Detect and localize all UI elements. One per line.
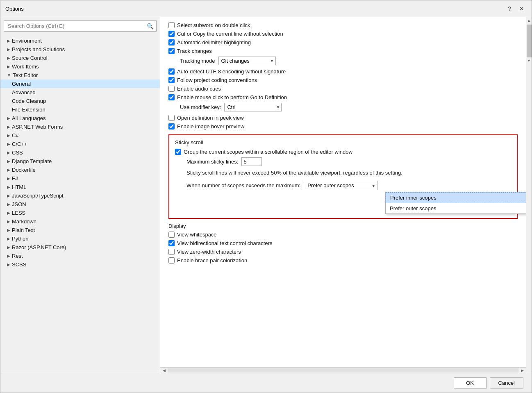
close-button[interactable]: ✕: [517, 4, 527, 14]
right-panel: Select subword on double click Cut or Co…: [160, 17, 526, 373]
select-subword-label[interactable]: Select subword on double click: [168, 22, 250, 28]
group-scopes-row: Group the current scopes within a scroll…: [175, 149, 511, 155]
expand-arrow: ▼: [7, 73, 11, 77]
sidebar-item-label: Razor (ASP.NET Core): [12, 244, 66, 250]
sidebar-item-html[interactable]: ▶ HTML: [0, 183, 160, 191]
prefer-inner-scopes-option[interactable]: Prefer inner scopes: [386, 192, 526, 203]
scroll-right-arrow[interactable]: ▶: [519, 368, 525, 373]
display-title: Display: [168, 223, 518, 229]
image-hover-label[interactable]: Enable image hover preview: [168, 123, 244, 129]
group-scopes-checkbox[interactable]: [175, 149, 181, 155]
sidebar-item-dockerfile[interactable]: ▶ Dockerfile: [0, 166, 160, 174]
sidebar-item-work-items[interactable]: ▶ Work Items: [0, 62, 160, 71]
follow-coding-label[interactable]: Follow project coding conventions: [168, 77, 257, 83]
follow-coding-checkbox[interactable]: [168, 77, 175, 83]
auto-detect-utf8-checkbox[interactable]: [168, 68, 175, 75]
scopes-dropdown[interactable]: Prefer outer scopes Prefer inner scopes: [304, 181, 377, 190]
brace-colorization-checkbox[interactable]: [168, 257, 175, 264]
audio-cues-label[interactable]: Enable audio cues: [168, 86, 221, 92]
sidebar-item-plain-text[interactable]: ▶ Plain Text: [0, 226, 160, 234]
sidebar-item-source-control[interactable]: ▶ Source Control: [0, 54, 160, 62]
sidebar-item-python[interactable]: ▶ Python: [0, 234, 160, 243]
view-bidirectional-label[interactable]: View bidirectional text control characte…: [168, 240, 272, 246]
view-whitespace-label[interactable]: View whitespace: [168, 232, 217, 238]
sidebar-item-label: Source Control: [12, 55, 48, 61]
track-changes-checkbox[interactable]: [168, 48, 175, 54]
max-sticky-lines-input[interactable]: [241, 157, 262, 166]
cut-copy-checkbox[interactable]: [168, 31, 175, 37]
tracking-mode-row: Tracking mode Git changes Line changes N…: [180, 57, 518, 65]
sidebar-item-general[interactable]: General: [0, 80, 160, 88]
sidebar-item-text-editor[interactable]: ▼ Text Editor: [0, 71, 160, 80]
tracking-mode-select[interactable]: Git changes Line changes None: [218, 57, 276, 65]
sidebar-item-javascript-typescript[interactable]: ▶ JavaScript/TypeScript: [0, 191, 160, 200]
sidebar-item-json[interactable]: ▶ JSON: [0, 200, 160, 209]
expand-arrow: ▶: [7, 219, 10, 224]
sidebar-item-advanced[interactable]: Advanced: [0, 88, 160, 97]
sidebar-item-less[interactable]: ▶ LESS: [0, 209, 160, 217]
sidebar-item-label: Projects and Solutions: [12, 46, 65, 52]
sidebar-item-label: Work Items: [12, 64, 39, 70]
view-bidirectional-text: View bidirectional text control characte…: [177, 240, 272, 246]
modifier-key-label: Use modifier key:: [180, 104, 221, 110]
prefer-outer-scopes-option[interactable]: Prefer outer scopes: [386, 203, 526, 214]
sidebar-item-environment[interactable]: ▶ Environment: [0, 36, 160, 45]
expand-arrow: ▶: [7, 47, 10, 52]
sidebar-item-projects-and-solutions[interactable]: ▶ Projects and Solutions: [0, 45, 160, 54]
ok-button[interactable]: OK: [454, 377, 487, 388]
h-scroll-track[interactable]: [168, 368, 518, 373]
open-definition-checkbox[interactable]: [168, 115, 175, 121]
track-changes-text: Track changes: [177, 48, 212, 54]
view-whitespace-checkbox[interactable]: [168, 232, 175, 238]
expand-arrow: ▶: [7, 116, 10, 120]
mouse-click-checkbox[interactable]: [168, 94, 175, 100]
sidebar-item-label: CSS: [12, 150, 23, 156]
auto-delimiter-label[interactable]: Automatic delimiter highlighting: [168, 39, 251, 45]
view-zero-width-label[interactable]: View zero-width characters: [168, 249, 241, 255]
display-section: Display View whitespace: [168, 223, 518, 264]
auto-delimiter-checkbox[interactable]: [168, 39, 175, 45]
sidebar-item-css[interactable]: ▶ CSS: [0, 148, 160, 157]
sidebar-item-label: Advanced: [12, 89, 36, 95]
track-changes-label[interactable]: Track changes: [168, 48, 212, 54]
modifier-key-select[interactable]: Ctrl Alt Ctrl+Alt: [224, 103, 282, 111]
search-input[interactable]: [7, 22, 147, 30]
cut-copy-row: Cut or Copy the current line without sel…: [168, 31, 518, 37]
sidebar-item-file-extension[interactable]: File Extension: [0, 105, 160, 114]
title-bar: Options ? ✕: [0, 0, 532, 17]
dialog-title: Options: [5, 6, 24, 12]
scroll-up-arrow[interactable]: ▲: [526, 17, 532, 24]
sidebar-item-razor[interactable]: ▶ Razor (ASP.NET Core): [0, 243, 160, 252]
sidebar-item-csharp[interactable]: ▶ C#: [0, 131, 160, 140]
open-definition-label[interactable]: Open definition in peek view: [168, 115, 244, 121]
sticky-scroll-section: Sticky scroll Group the current scopes w…: [168, 134, 518, 219]
view-bidirectional-checkbox[interactable]: [168, 240, 175, 246]
cancel-button[interactable]: Cancel: [490, 377, 523, 388]
select-subword-checkbox[interactable]: [168, 22, 175, 28]
sidebar-item-fsharp[interactable]: ▶ F#: [0, 174, 160, 183]
v-scroll-thumb[interactable]: [527, 25, 532, 57]
auto-detect-utf8-label[interactable]: Auto-detect UTF-8 encoding without signa…: [168, 68, 286, 75]
sidebar-item-markdown[interactable]: ▶ Markdown: [0, 217, 160, 226]
sidebar-item-label: Django Template: [12, 158, 52, 164]
brace-colorization-label[interactable]: Enable brace pair colorization: [168, 257, 247, 264]
image-hover-checkbox[interactable]: [168, 123, 175, 129]
sidebar-item-rest[interactable]: ▶ Rest: [0, 252, 160, 260]
modifier-key-row: Use modifier key: Ctrl Alt Ctrl+Alt ▼: [180, 103, 518, 111]
scroll-down-arrow[interactable]: ▼: [526, 57, 532, 64]
sidebar-item-aspnet-web-forms[interactable]: ▶ ASP.NET Web Forms: [0, 123, 160, 131]
view-zero-width-checkbox[interactable]: [168, 249, 175, 255]
help-button[interactable]: ?: [505, 4, 514, 14]
group-scopes-label[interactable]: Group the current scopes within a scroll…: [175, 149, 352, 155]
cut-copy-label[interactable]: Cut or Copy the current line without sel…: [168, 31, 283, 37]
sidebar-item-scss[interactable]: ▶ SCSS: [0, 260, 160, 269]
scroll-left-arrow[interactable]: ◀: [161, 368, 167, 373]
sidebar-item-code-cleanup[interactable]: Code Cleanup: [0, 97, 160, 105]
mouse-click-label[interactable]: Enable mouse click to perform Go to Defi…: [168, 94, 287, 100]
auto-detect-utf8-text: Auto-detect UTF-8 encoding without signa…: [177, 68, 286, 75]
audio-cues-checkbox[interactable]: [168, 86, 175, 92]
sidebar-item-django-template[interactable]: ▶ Django Template: [0, 157, 160, 166]
expand-arrow: ▶: [7, 176, 10, 181]
sidebar-item-cpp[interactable]: ▶ C/C++: [0, 140, 160, 148]
sidebar-item-all-languages[interactable]: ▶ All Languages: [0, 114, 160, 123]
